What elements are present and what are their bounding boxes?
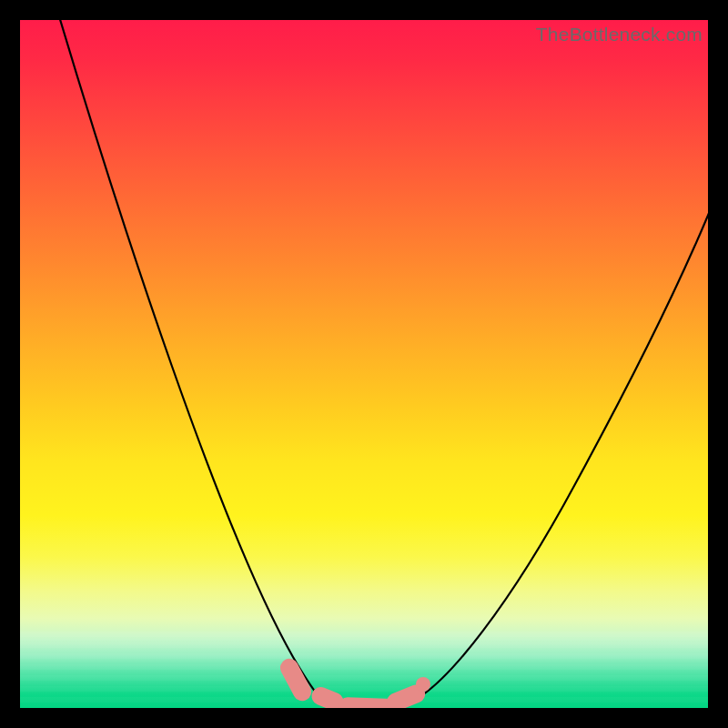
bottleneck-curve bbox=[20, 20, 708, 708]
outer-frame: TheBottleneck.com bbox=[0, 0, 728, 728]
plot-area bbox=[20, 20, 708, 708]
right-dot-marker bbox=[416, 677, 430, 692]
watermark-text: TheBottleneck.com bbox=[536, 24, 703, 46]
